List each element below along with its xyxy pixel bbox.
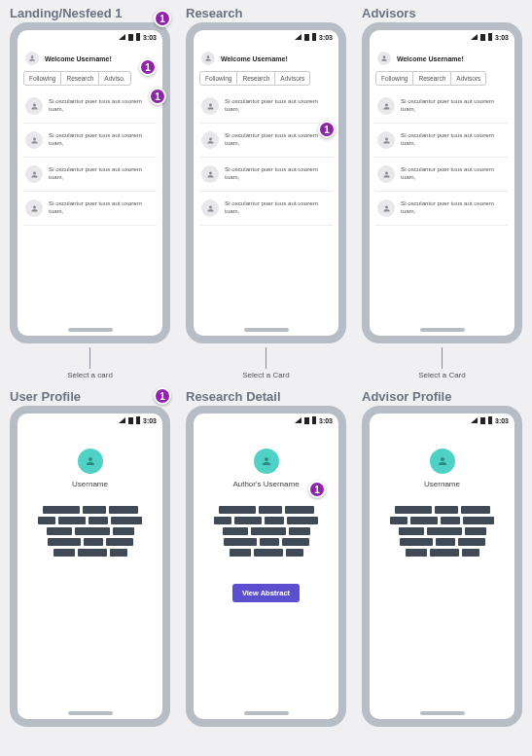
text-block xyxy=(406,549,427,557)
status-bar: 3:03 xyxy=(194,414,338,427)
content-placeholder xyxy=(213,506,320,557)
wifi-icon xyxy=(128,34,133,41)
screen-research: Research 3:03 Welcome Username! Followin… xyxy=(184,4,348,387)
text-block xyxy=(463,517,494,524)
content-placeholder xyxy=(389,506,496,557)
signal-icon xyxy=(295,417,301,423)
tab-advisors[interactable]: Advisors xyxy=(275,71,310,86)
annotation-badge[interactable]: 1 xyxy=(154,10,171,27)
status-bar: 3:03 xyxy=(370,414,514,427)
feed-card[interactable]: Si osculantur puer tuus aut uxorem tuam, xyxy=(375,90,509,124)
battery-icon xyxy=(136,416,140,424)
text-block xyxy=(441,517,460,524)
battery-icon xyxy=(312,33,316,41)
connector-line xyxy=(89,347,90,369)
card-text: Si osculantur puer tuus aut uxorem tuam, xyxy=(225,131,331,149)
welcome-text: Welcome Username! xyxy=(221,55,288,62)
text-block xyxy=(111,517,142,524)
card-text: Si osculantur puer tuus aut uxorem tuam, xyxy=(401,199,507,217)
tab-following[interactable]: Following xyxy=(23,71,61,86)
profile-avatar-icon xyxy=(254,449,279,474)
annotation-badge[interactable]: 1 xyxy=(154,387,171,405)
annotation-badge[interactable]: 1 xyxy=(308,481,326,498)
welcome-text: Welcome Username! xyxy=(45,55,112,62)
text-block xyxy=(285,506,314,514)
feed-card[interactable]: Si osculantur puer tuus aut uxorem tuam, xyxy=(23,192,157,226)
screen-title-advisors: Advisors xyxy=(362,6,416,20)
status-time: 3:03 xyxy=(495,417,509,424)
text-block xyxy=(43,506,80,514)
connector-line xyxy=(442,347,443,369)
text-block xyxy=(214,517,231,524)
screen-title-user-profile: User Profile xyxy=(10,389,81,404)
phone-frame: 3:03 Username xyxy=(362,406,522,727)
card-text: Si osculantur puer tuus aut uxorem tuam, xyxy=(401,97,507,115)
text-block xyxy=(75,527,110,535)
tab-advisors[interactable]: Advisors xyxy=(451,71,486,86)
card-text: Si osculantur puer tuus aut uxorem tuam, xyxy=(401,131,507,149)
text-block xyxy=(282,538,309,546)
user-icon xyxy=(377,165,395,183)
tab-following[interactable]: Following xyxy=(199,71,237,86)
screen-title-research-detail: Research Detail xyxy=(186,389,281,404)
text-block xyxy=(465,527,486,535)
text-block xyxy=(89,517,108,524)
screen-user-profile: User Profile 3:03 Username 1 xyxy=(8,387,172,727)
text-block xyxy=(427,527,462,535)
tab-following[interactable]: Following xyxy=(375,71,413,86)
text-block xyxy=(390,517,408,524)
user-icon xyxy=(25,199,43,217)
signal-icon xyxy=(471,417,478,423)
screen-advisor-profile: Advisor Profile 3:03 Username xyxy=(360,387,524,727)
status-bar: 3:03 xyxy=(18,30,162,44)
screen-title-landing: Landing/Nesfeed 1 xyxy=(10,6,123,20)
feed-card[interactable]: Si osculantur puer tuus aut uxorem tuam, xyxy=(375,124,509,158)
annotation-badge[interactable]: 1 xyxy=(139,58,157,76)
user-icon xyxy=(201,165,219,183)
feed-card[interactable]: Si osculantur puer tuus aut uxorem tuam, xyxy=(375,158,509,192)
avatar-icon xyxy=(377,52,391,65)
user-icon xyxy=(377,131,395,149)
tab-advisors[interactable]: Adviso. xyxy=(99,71,130,86)
text-block xyxy=(234,517,262,524)
text-block xyxy=(83,506,106,514)
status-time: 3:03 xyxy=(319,417,333,424)
user-icon xyxy=(201,199,219,217)
feed-card[interactable]: Si osculantur puer tuus aut uxorem tuam, xyxy=(199,124,333,158)
screen-research-detail: Research Detail 3:03 Author's Username V… xyxy=(184,387,348,727)
wifi-icon xyxy=(480,34,485,41)
tab-research[interactable]: Research xyxy=(61,71,99,86)
view-abstract-button[interactable]: View Abstract xyxy=(232,584,300,602)
text-block xyxy=(259,506,282,514)
feed-card[interactable]: Si osculantur puer tuus aut uxorem tuam, xyxy=(199,158,333,192)
tab-research[interactable]: Research xyxy=(237,71,275,86)
card-text: Si osculantur puer tuus aut uxorem tuam, xyxy=(225,165,331,183)
feed-card[interactable]: Si osculantur puer tuus aut uxorem tuam, xyxy=(23,90,157,124)
connector-line xyxy=(266,347,266,369)
feed-list: Si osculantur puer tuus aut uxorem tuam,… xyxy=(194,90,338,336)
flow-connector: Select a Card xyxy=(418,347,465,379)
feed-card[interactable]: Si osculantur puer tuus aut uxorem tuam, xyxy=(375,192,509,226)
text-block xyxy=(400,538,433,546)
tab-research[interactable]: Research xyxy=(413,71,451,86)
status-time: 3:03 xyxy=(143,417,157,424)
tab-bar: Following Research Advisors xyxy=(370,71,514,90)
text-block xyxy=(260,538,279,546)
feed-list: Si osculantur puer tuus aut uxorem tuam,… xyxy=(370,90,514,336)
annotation-badge[interactable]: 1 xyxy=(318,121,336,138)
text-block xyxy=(84,538,103,546)
feed-card[interactable]: Si osculantur puer tuus aut uxorem tuam, xyxy=(23,124,157,158)
text-block xyxy=(430,549,459,557)
text-block xyxy=(254,549,283,557)
text-block xyxy=(458,538,485,546)
welcome-row: Welcome Username! xyxy=(370,44,514,71)
annotation-badge[interactable]: 1 xyxy=(149,88,166,105)
text-block xyxy=(38,517,55,524)
feed-card[interactable]: Si osculantur puer tuus aut uxorem tuam, xyxy=(199,90,333,124)
text-block xyxy=(223,527,248,535)
feed-card[interactable]: Si osculantur puer tuus aut uxorem tuam, xyxy=(199,192,333,226)
status-bar: 3:03 xyxy=(370,30,514,44)
feed-card[interactable]: Si osculantur puer tuus aut uxorem tuam, xyxy=(23,158,157,192)
text-block xyxy=(435,506,458,514)
status-time: 3:03 xyxy=(319,34,333,41)
